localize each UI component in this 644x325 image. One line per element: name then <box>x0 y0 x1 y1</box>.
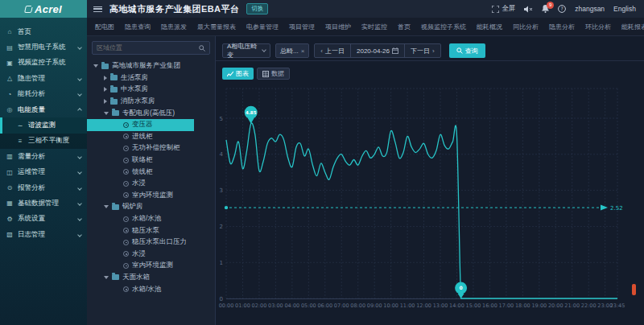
metric-select-value: A相电压畸变 <box>227 42 262 60</box>
tree-node-13[interactable]: 水箱/水池 <box>87 213 194 225</box>
tab-0[interactable]: 配电图 <box>90 20 119 34</box>
tree-node-10[interactable]: 水浸 <box>87 178 194 190</box>
chevron-down-icon <box>77 201 82 206</box>
tab-8[interactable]: 首页 <box>393 20 415 34</box>
device-icon <box>123 251 129 257</box>
next-day-button[interactable]: 下一日 › <box>405 44 440 57</box>
svg-text:15:00: 15:00 <box>466 302 481 309</box>
chart-view-button[interactable]: 图表 <box>222 68 254 80</box>
query-button[interactable]: 查询 <box>449 43 485 58</box>
sidebar-item-label: 首页 <box>18 27 31 37</box>
mute-button[interactable] <box>524 6 533 13</box>
metric-select[interactable]: A相电压畸变 <box>222 43 270 58</box>
scrollbar-thumb[interactable] <box>632 284 636 295</box>
svg-text:02:00: 02:00 <box>252 302 267 309</box>
caret-open-icon[interactable] <box>104 205 109 208</box>
base-data-icon: ▦ <box>6 200 14 207</box>
tree-node-5[interactable]: 变压器 <box>87 119 194 131</box>
sidebar-item-5[interactable]: ◎电能质量 <box>0 102 87 117</box>
tab-9[interactable]: 视频监控子系统 <box>416 20 471 34</box>
tree-node-8[interactable]: 联络柜 <box>87 154 194 167</box>
sidebar-item-9[interactable]: ▦基础数据管理 <box>0 195 87 211</box>
tab-5[interactable]: 项目管理 <box>284 20 320 34</box>
tree-node-4[interactable]: 专配电房(高低压) <box>87 107 194 119</box>
tree-node-17[interactable]: 室内环境监测 <box>87 260 194 272</box>
tab-11[interactable]: 同比分析 <box>508 20 543 34</box>
caret-open-icon[interactable] <box>104 276 109 279</box>
tab-4[interactable]: 电参量管理 <box>242 20 283 34</box>
tree-node-label: 锅炉房 <box>122 202 143 212</box>
username[interactable]: zhangsan <box>575 5 605 13</box>
tree-node-16[interactable]: 水浸 <box>87 249 194 261</box>
power-quality-icon: ◎ <box>6 106 14 113</box>
tree-node-12[interactable]: 锅炉房 <box>87 201 194 213</box>
tree-node-6[interactable]: 进线柜 <box>87 131 194 143</box>
sidebar-item-6[interactable]: ▥需量分析 <box>0 149 87 164</box>
tag-close-icon[interactable]: × <box>301 47 305 55</box>
tab-2[interactable]: 隐患派发 <box>156 20 192 34</box>
tree-search-input[interactable] <box>97 44 196 51</box>
tree-node-label: 专配电房(高低压) <box>122 109 175 118</box>
caret-closed-icon[interactable] <box>104 76 107 80</box>
tree-node-15[interactable]: 稳压水泵出口压力 <box>87 237 194 249</box>
line-chart[interactable]: 01234500:0001:0002:0003:0004:0005:0006:0… <box>216 80 644 322</box>
caret-open-icon[interactable] <box>93 64 98 68</box>
device-icon <box>123 192 129 198</box>
caret-closed-icon[interactable] <box>104 87 107 92</box>
caret-open-icon[interactable] <box>104 112 109 115</box>
tab-1[interactable]: 隐患查询 <box>120 20 155 34</box>
sidebar-item-0[interactable]: ⌂首页 <box>0 24 87 39</box>
sidebar-item-label: 日志管理 <box>18 230 45 240</box>
svg-text:06:00: 06:00 <box>317 302 332 309</box>
log-icon: ▧ <box>6 231 14 238</box>
sidebar-item-10[interactable]: ⚙系统设置 <box>0 212 87 227</box>
tab-6[interactable]: 项目维护 <box>320 20 356 34</box>
date-picker[interactable]: 2020-04-26 <box>350 44 405 57</box>
hamburger-menu-icon[interactable] <box>93 6 102 12</box>
sidebar-item-7[interactable]: ◫运维管理 <box>0 165 87 180</box>
sidebar-subitem-5-0[interactable]: ∼谐波监测 <box>0 117 87 133</box>
tab-13[interactable]: 环比分析 <box>580 20 616 34</box>
chevron-down-icon <box>77 76 82 81</box>
sidebar-item-4[interactable]: ◔能耗分析 <box>0 87 87 102</box>
svg-text:13:00: 13:00 <box>433 302 448 309</box>
sidebar-subitem-5-1[interactable]: ≡三相不平衡度 <box>0 134 87 149</box>
sidebar-item-3[interactable]: △隐患管理 <box>0 71 87 86</box>
search-icon[interactable] <box>199 45 205 51</box>
device-icon <box>123 228 129 233</box>
sidebar-item-11[interactable]: ▧日志管理 <box>0 227 87 242</box>
sidebar-item-1[interactable]: ▤智慧用电子系统 <box>0 39 87 55</box>
prev-day-button[interactable]: ‹ 上一日 <box>315 44 350 57</box>
switch-button[interactable]: 切换 <box>246 3 268 14</box>
tree-node-3[interactable]: 消防水泵房 <box>87 96 194 108</box>
tab-3[interactable]: 最大需量报表 <box>192 20 241 34</box>
sidebar-item-8[interactable]: ⊙报警分析 <box>0 180 87 195</box>
tree-node-0[interactable]: 高地城市服务产业集团 <box>87 60 194 72</box>
tree-node-label: 天面水箱 <box>122 273 150 282</box>
tab-label: 隐患查询 <box>125 23 151 31</box>
fullscreen-button[interactable]: 全屏 <box>492 4 515 14</box>
chevron-down-icon <box>77 92 82 97</box>
tree-panel: 高地城市服务产业集团生活泵房中水泵房消防水泵房专配电房(高低压)变压器进线柜无功… <box>87 36 216 325</box>
device-tree: 高地城市服务产业集团生活泵房中水泵房消防水泵房专配电房(高低压)变压器进线柜无功… <box>87 60 215 295</box>
tree-node-7[interactable]: 无功补偿控制柜 <box>87 142 194 154</box>
tree-node-11[interactable]: 室内环境监测 <box>87 190 194 202</box>
notifications-button[interactable]: 9 <box>542 5 549 13</box>
tab-7[interactable]: 实时监控 <box>357 20 392 34</box>
tree-node-19[interactable]: 水箱/水池 <box>87 283 194 295</box>
caret-closed-icon[interactable] <box>104 99 107 104</box>
sidebar-item-2[interactable]: ▣视频监控子系统 <box>0 56 87 71</box>
tab-10[interactable]: 能耗概况 <box>472 20 507 34</box>
tree-node-18[interactable]: 天面水箱 <box>87 272 194 284</box>
tab-label: 隐患分析 <box>549 23 575 31</box>
device-icon <box>123 263 129 269</box>
tree-node-1[interactable]: 生活泵房 <box>87 72 194 84</box>
language-switch[interactable]: English <box>613 5 636 13</box>
tree-node-9[interactable]: 馈线柜 <box>87 166 194 178</box>
data-view-button[interactable]: 数据 <box>257 68 290 80</box>
tab-14[interactable]: 能耗报表 <box>617 20 644 34</box>
tree-node-14[interactable]: 稳压水泵 <box>87 224 194 237</box>
tree-node-2[interactable]: 中水泵房 <box>87 84 194 96</box>
tab-12[interactable]: 隐患分析 <box>544 20 580 34</box>
help-button[interactable]: ? <box>558 5 566 13</box>
